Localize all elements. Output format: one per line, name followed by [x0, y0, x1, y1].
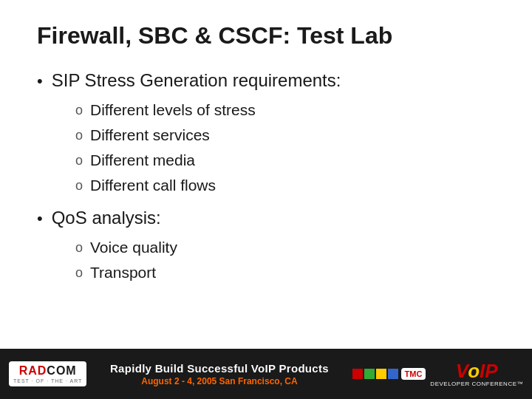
sip-stress-text: SIP Stress Generation requirements:: [52, 70, 341, 91]
radcom-tagline: TEST · OF · THE · ART: [13, 378, 82, 383]
voip-o: o: [468, 360, 480, 382]
qos-sub-bullets: o Voice quality o Transport: [75, 239, 495, 282]
footer-sub-text: August 2 - 4, 2005 San Francisco, CA: [141, 376, 297, 386]
qos-text: QoS analysis:: [52, 208, 161, 228]
slide: Firewall, SBC & CSCF: Test Lab • SIP Str…: [0, 0, 532, 399]
sub-marker-1: o: [75, 128, 83, 143]
color-sq-red: [352, 369, 363, 379]
radcom-logo: RAD COM TEST · OF · THE · ART: [9, 361, 86, 386]
tmc-label: TMC: [405, 369, 423, 378]
developer-conference-text: DEVELOPER CONFERENCE™: [430, 381, 523, 387]
voip-p: P: [485, 360, 497, 382]
sub-bullet-transport: o Transport: [75, 264, 495, 282]
tmc-badge: TMC: [401, 368, 426, 380]
main-bullet-qos: • QoS analysis:: [37, 208, 495, 228]
com-text: COM: [47, 364, 76, 378]
qos-section: • QoS analysis: o Voice quality o Transp…: [37, 208, 495, 282]
sub-bullet-voice: o Voice quality: [75, 239, 495, 256]
footer-main-text: Rapidly Build Successful VoIP Products: [110, 362, 329, 375]
footer-center: Rapidly Build Successful VoIP Products A…: [98, 362, 340, 386]
sub-text-services: Different services: [90, 126, 210, 144]
sub-text-levels: Different levels of stress: [90, 101, 256, 119]
sub-marker-transport: o: [75, 265, 83, 281]
sub-marker-3: o: [75, 178, 83, 194]
sub-marker-2: o: [75, 153, 83, 168]
sub-text-voice: Voice quality: [90, 239, 177, 256]
rad-text: RAD: [19, 364, 47, 378]
footer-right: TMC VoIP DEVELOPER CONFERENCE™: [352, 361, 523, 387]
main-bullet-sip: • SIP Stress Generation requirements:: [37, 70, 495, 91]
sub-bullet-2: o Different media: [75, 151, 495, 169]
bullet-dot-qos: •: [37, 209, 43, 228]
sub-bullet-1: o Different services: [75, 126, 495, 144]
footer-left: RAD COM TEST · OF · THE · ART: [9, 361, 98, 386]
color-sq-blue: [388, 369, 398, 379]
sub-bullet-0: o Different levels of stress: [75, 101, 495, 119]
footer-bar: RAD COM TEST · OF · THE · ART Rapidly Bu…: [0, 349, 532, 399]
sub-text-media: Different media: [90, 151, 195, 169]
sub-marker-voice: o: [75, 240, 83, 256]
voip-big-text: VoIP: [456, 361, 498, 381]
radcom-top: RAD COM: [19, 364, 77, 378]
sub-bullet-3: o Different call flows: [75, 177, 495, 194]
bullet-dot-sip: •: [37, 72, 43, 91]
voip-logo-box: VoIP DEVELOPER CONFERENCE™: [430, 361, 523, 387]
voip-v: V: [456, 360, 468, 382]
sub-text-transport: Transport: [90, 264, 156, 282]
footer-text-1: Rapidly Build Successful VoIP Products: [110, 362, 329, 375]
color-sq-green: [364, 369, 375, 379]
color-squares: [352, 369, 398, 379]
sub-text-callflows: Different call flows: [90, 177, 216, 194]
slide-title: Firewall, SBC & CSCF: Test Lab: [37, 22, 495, 50]
sub-marker-0: o: [75, 103, 83, 118]
color-sq-yellow: [376, 369, 386, 379]
sip-sub-bullets: o Different levels of stress o Different…: [75, 101, 495, 194]
sip-stress-section: • SIP Stress Generation requirements: o …: [37, 70, 495, 194]
slide-content: Firewall, SBC & CSCF: Test Lab • SIP Str…: [0, 0, 532, 349]
